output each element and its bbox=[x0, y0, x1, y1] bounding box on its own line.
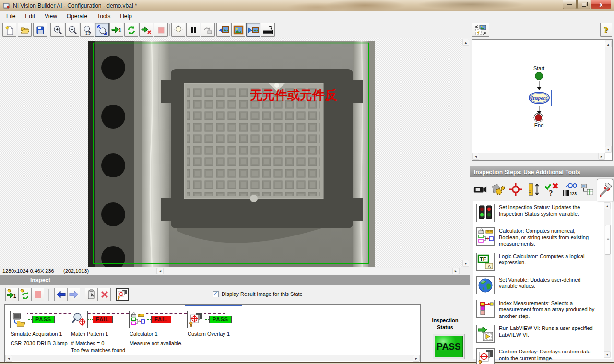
zoom-to-fit-icon bbox=[97, 25, 107, 35]
next-image-button[interactable] bbox=[246, 23, 260, 37]
steps-horizontal-scrollbar[interactable]: ◄ ► bbox=[5, 355, 420, 361]
tab-acquire-images[interactable] bbox=[472, 180, 488, 199]
zoom-one-to-one-button[interactable]: 1:1 bbox=[80, 23, 94, 37]
scroll-down-icon[interactable]: ▼ bbox=[604, 351, 611, 358]
run-state-loop-button[interactable] bbox=[18, 288, 31, 301]
scroll-right-icon[interactable]: ► bbox=[452, 268, 459, 274]
tab-use-additional-tools[interactable] bbox=[597, 179, 613, 201]
tab-identify-parts[interactable]: 123 bbox=[561, 180, 578, 199]
stop-state-button[interactable] bbox=[31, 288, 44, 301]
zoom-to-fit-button[interactable] bbox=[95, 23, 109, 37]
run-until-fail-icon bbox=[141, 25, 152, 35]
image-display-area[interactable]: 无元件或元件反 ▲ ▼ 1280x1024 0.46X 236 (202,101… bbox=[0, 38, 470, 275]
tab-check-presence[interactable]: ? bbox=[543, 180, 560, 199]
copy-step-button[interactable] bbox=[85, 288, 98, 301]
restore-icon bbox=[582, 3, 586, 7]
stop-icon bbox=[156, 25, 166, 35]
run-until-fail-button[interactable] bbox=[139, 23, 153, 37]
custom-overlay-icon bbox=[188, 312, 203, 327]
tool-item-traffic-lights[interactable]: Set Inspection Status: Updates the Inspe… bbox=[476, 204, 597, 222]
save-inspection-button[interactable] bbox=[33, 23, 47, 37]
tool-item-globe[interactable]: Set Variable: Updates user-defined varia… bbox=[476, 276, 597, 294]
step-status-badge: FAIL bbox=[93, 316, 113, 323]
delete-x-icon bbox=[100, 290, 109, 299]
stop-state-icon bbox=[34, 290, 42, 299]
overlay-text: 无元件或元件反 bbox=[249, 88, 337, 102]
diagram-inspect-node[interactable]: Inspect bbox=[527, 90, 552, 106]
menu-help[interactable]: Help bbox=[115, 12, 137, 21]
tab-communicate[interactable] bbox=[579, 180, 595, 199]
update-inspection-image-button[interactable] bbox=[472, 23, 489, 37]
diagram-end-label: End bbox=[472, 122, 606, 128]
inspection-step[interactable]: FAIL Calculator 1 Measure not available. bbox=[127, 305, 184, 350]
traffic-lights-icon bbox=[477, 204, 494, 222]
image-sequence-button[interactable] bbox=[261, 23, 275, 37]
menu-edit[interactable]: Edit bbox=[20, 12, 40, 21]
scroll-left-icon[interactable]: ◄ bbox=[157, 268, 164, 274]
run-inspection-loop-button[interactable] bbox=[124, 23, 138, 37]
highlight-results-button[interactable] bbox=[171, 23, 185, 37]
restore-button[interactable] bbox=[577, 0, 590, 9]
browse-images-button[interactable] bbox=[231, 23, 245, 37]
steps-scroll-right-icon[interactable]: ► bbox=[413, 355, 420, 362]
step-name: Custom Overlay 1 bbox=[188, 331, 230, 337]
scroll-down-icon[interactable]: ▼ bbox=[605, 146, 612, 153]
single-step-button[interactable] bbox=[201, 23, 215, 37]
tab-locate-features[interactable] bbox=[508, 180, 524, 199]
tool-item-calculator[interactable]: Calculator: Computes numerical, Boolean,… bbox=[476, 227, 597, 247]
state-diagram[interactable]: Start Inspect End ▲ ▼ ◄ ► bbox=[472, 39, 613, 161]
tools-list: Set Inspection Status: Updates the Inspe… bbox=[476, 204, 597, 364]
scroll-up-icon[interactable]: ▲ bbox=[604, 202, 611, 209]
display-result-checkbox[interactable]: ✓ bbox=[213, 291, 219, 297]
move-step-left-button[interactable] bbox=[54, 288, 67, 301]
zoom-out-button[interactable] bbox=[65, 23, 79, 37]
tools-vertical-scrollbar[interactable]: ▲ ▼ bbox=[604, 202, 611, 358]
inspection-step[interactable]: PASS Simulate Acquisition 1 CSR-7030-DRL… bbox=[8, 305, 65, 350]
menu-operate[interactable]: Operate bbox=[62, 12, 92, 21]
new-inspection-button[interactable] bbox=[2, 23, 16, 37]
tool-item-index-measurements[interactable]: Index Measurements: Selects a measuremen… bbox=[476, 300, 597, 320]
diagram-vertical-scrollbar[interactable]: ▲ ▼ bbox=[605, 40, 612, 153]
menu-file[interactable]: File bbox=[1, 12, 20, 21]
close-button[interactable]: x bbox=[591, 0, 611, 9]
tool-item-custom-overlay[interactable]: Custom Overlay: Overlays custom data ont… bbox=[476, 348, 597, 364]
open-inspection-button[interactable] bbox=[18, 23, 32, 37]
tool-item-logic-calculator[interactable]: Logic Calculator: Computes a logical exp… bbox=[476, 253, 597, 271]
menu-tools[interactable]: Tools bbox=[92, 12, 115, 21]
inspection-step[interactable]: PASS Custom Overlay 1 bbox=[185, 305, 242, 350]
tab-enhance-images[interactable] bbox=[490, 180, 506, 199]
minimize-button[interactable] bbox=[563, 0, 577, 9]
main-toolbar: 1:1 1 ? bbox=[0, 22, 614, 38]
image-vertical-scrollbar[interactable]: ▲ ▼ bbox=[462, 38, 470, 267]
tab-measure-features[interactable] bbox=[525, 180, 542, 199]
delete-step-button[interactable] bbox=[98, 288, 111, 301]
scroll-left-icon[interactable]: ◄ bbox=[472, 153, 479, 160]
diagram-end-node[interactable] bbox=[535, 114, 542, 121]
tool-item-run-labview-vi[interactable]: Run LabVIEW VI: Runs a user-specified La… bbox=[476, 325, 597, 343]
menu-view[interactable]: View bbox=[40, 12, 62, 21]
run-once-icon: 1 bbox=[111, 25, 122, 35]
run-inspection-once-button[interactable]: 1 bbox=[109, 23, 123, 37]
inspection-step[interactable]: FAIL Match Pattern 1 # Matches = 0Too fe… bbox=[68, 305, 126, 350]
edit-step-tool-button[interactable] bbox=[116, 288, 129, 301]
scroll-down-icon[interactable]: ▼ bbox=[462, 260, 469, 267]
steps-scroll-left-icon[interactable]: ◄ bbox=[5, 355, 12, 362]
move-step-right-button[interactable] bbox=[67, 288, 80, 301]
diagram-horizontal-scrollbar[interactable]: ◄ ► bbox=[472, 153, 605, 160]
scroll-up-icon[interactable]: ▲ bbox=[462, 39, 469, 46]
previous-image-button[interactable] bbox=[216, 23, 230, 37]
scrollbar-thumb[interactable] bbox=[605, 225, 611, 255]
zoom-in-button[interactable] bbox=[50, 23, 64, 37]
title-bar[interactable]: NI Vision Builder AI - Configuration - d… bbox=[0, 0, 614, 11]
right-panel: Start Inspect End ▲ ▼ ◄ ► bbox=[470, 38, 614, 362]
pause-button[interactable] bbox=[186, 23, 200, 37]
stop-inspection-button[interactable] bbox=[154, 23, 168, 37]
arrow-right-icon bbox=[69, 291, 79, 298]
help-button[interactable]: ? bbox=[600, 23, 612, 37]
run-state-once-button[interactable]: 1 bbox=[5, 288, 18, 301]
scroll-right-icon[interactable]: ► bbox=[598, 153, 605, 160]
diagram-start-node[interactable] bbox=[535, 72, 543, 80]
image-horizontal-scrollbar[interactable]: ◄ ► bbox=[156, 268, 460, 274]
scroll-up-icon[interactable]: ▲ bbox=[605, 41, 612, 47]
run-state-once-icon: 1 bbox=[7, 289, 17, 300]
